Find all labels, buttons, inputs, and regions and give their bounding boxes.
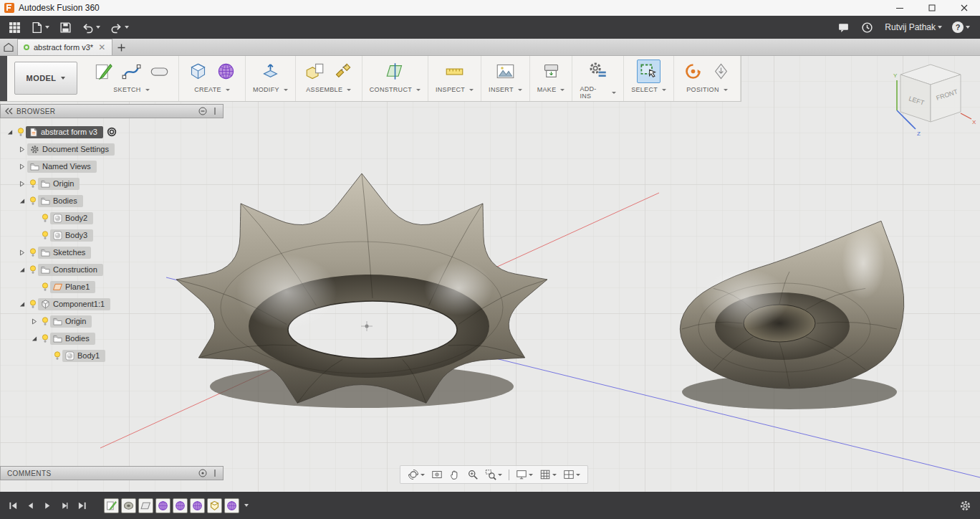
form-purple-icon[interactable] <box>224 498 239 513</box>
user-account-menu[interactable]: Rutvij Pathak <box>880 22 946 32</box>
visibility-bulb-icon[interactable] <box>27 196 38 206</box>
visibility-bulb-icon[interactable] <box>39 282 50 292</box>
browser-node-body3[interactable]: Body3 <box>0 227 224 244</box>
collapse-arrow-icon[interactable] <box>16 198 27 204</box>
ribbon-group-dropdown[interactable]: INSPECT <box>436 86 474 93</box>
step-forward-icon[interactable] <box>57 498 72 513</box>
browser-node-construction[interactable]: Construction <box>0 261 224 278</box>
panel-grip-icon[interactable] <box>211 469 219 477</box>
tree-node-pill[interactable]: Origin <box>38 178 80 190</box>
form-icon[interactable] <box>214 59 238 83</box>
capture-position-icon[interactable] <box>681 59 705 83</box>
browser-node-origin[interactable]: Origin <box>0 175 224 192</box>
new-tab-button[interactable] <box>112 39 130 55</box>
data-panel-grid-icon[interactable] <box>4 18 25 37</box>
expand-arrow-icon[interactable] <box>16 146 27 153</box>
joint-icon[interactable] <box>331 59 355 83</box>
collapse-arrow-icon[interactable] <box>29 335 39 342</box>
construction-plane-icon[interactable] <box>383 59 407 83</box>
notifications-clock-icon[interactable] <box>857 18 878 37</box>
expand-arrow-icon[interactable] <box>16 181 27 187</box>
go-to-start-icon[interactable] <box>6 498 21 513</box>
box-icon[interactable] <box>186 59 210 83</box>
play-icon[interactable] <box>40 498 55 513</box>
timeline-settings-gear-icon[interactable] <box>959 500 971 512</box>
help-menu[interactable]: ? <box>949 22 973 33</box>
collapse-panel-icon[interactable] <box>4 107 13 115</box>
ribbon-group-dropdown[interactable]: CONSTRUCT <box>370 86 421 93</box>
tree-node-pill[interactable]: Plane1 <box>50 281 95 293</box>
slot-icon[interactable] <box>148 59 171 83</box>
add-ins-icon[interactable] <box>586 59 610 82</box>
ribbon-group-dropdown[interactable]: INSERT <box>489 86 522 93</box>
browser-node-plane1[interactable]: Plane1 <box>0 278 224 295</box>
look-at-icon[interactable] <box>431 469 443 480</box>
measure-icon[interactable] <box>443 59 466 83</box>
undo-icon[interactable] <box>77 18 105 37</box>
tree-node-pill[interactable]: Sketches <box>38 247 91 259</box>
browser-node-component1-1[interactable]: Component1:1 <box>0 295 224 313</box>
viewports-icon[interactable] <box>563 469 580 480</box>
press-pull-icon[interactable] <box>259 59 282 83</box>
tree-node-pill[interactable]: Body1 <box>62 350 105 362</box>
ribbon-group-dropdown[interactable]: ADD-INS <box>580 85 616 100</box>
tree-node-pill[interactable]: Body3 <box>50 229 93 242</box>
ribbon-group-dropdown[interactable]: MODIFY <box>253 86 288 93</box>
spline-icon[interactable] <box>120 59 143 83</box>
workspace-selector[interactable]: MODEL <box>14 62 77 95</box>
plane-feature-icon[interactable] <box>138 498 153 513</box>
browser-node-body2[interactable]: Body2 <box>0 209 224 227</box>
tab-close-icon[interactable]: ✕ <box>97 44 106 51</box>
component-feature-icon[interactable] <box>207 498 222 513</box>
visibility-bulb-icon[interactable] <box>39 317 50 326</box>
visibility-bulb-icon[interactable] <box>15 128 26 137</box>
save-icon[interactable] <box>55 18 76 37</box>
tree-node-pill[interactable]: Bodies <box>50 333 95 345</box>
tree-node-pill[interactable]: Document Settings <box>27 143 115 156</box>
ribbon-group-dropdown[interactable]: POSITION <box>686 86 727 93</box>
visibility-bulb-icon[interactable] <box>27 265 38 275</box>
comments-header[interactable]: COMMENTS <box>0 466 224 480</box>
activate-radio-icon[interactable] <box>107 127 117 137</box>
make-icon[interactable] <box>539 59 563 83</box>
browser-node-bodies[interactable]: Bodies <box>0 192 224 209</box>
expand-arrow-icon[interactable] <box>16 249 27 256</box>
expand-arrow-icon[interactable] <box>16 163 27 170</box>
redo-icon[interactable] <box>106 18 133 37</box>
browser-node-body1[interactable]: Body1 <box>0 347 224 364</box>
revert-position-icon[interactable] <box>709 59 733 83</box>
collapse-arrow-icon[interactable] <box>16 301 27 308</box>
browser-node-document-settings[interactable]: Document Settings <box>0 141 224 158</box>
insert-image-icon[interactable] <box>494 59 517 83</box>
timeline-more-icon[interactable] <box>244 504 249 507</box>
browser-node-named-views[interactable]: Named Views <box>0 158 224 175</box>
browser-node-abstract-form-v3[interactable]: abstract form v3 <box>0 123 224 141</box>
tree-node-pill[interactable]: Component1:1 <box>38 298 110 310</box>
orbit-icon[interactable] <box>408 469 425 480</box>
tree-node-pill[interactable]: Origin <box>50 315 92 328</box>
display-settings-icon[interactable] <box>516 469 533 480</box>
panel-grip-icon[interactable] <box>211 107 219 115</box>
browser-node-sketches[interactable]: Sketches <box>0 244 224 261</box>
tree-node-pill[interactable]: Named Views <box>27 161 97 173</box>
form-purple-icon[interactable] <box>173 498 188 513</box>
maximize-button[interactable] <box>916 0 948 16</box>
home-icon[interactable] <box>0 39 17 55</box>
visibility-bulb-icon[interactable] <box>39 334 50 343</box>
go-to-end-icon[interactable] <box>75 498 90 513</box>
ribbon-group-dropdown[interactable]: SELECT <box>631 86 666 93</box>
step-back-icon[interactable] <box>23 498 38 513</box>
form-purple-icon[interactable] <box>155 498 170 513</box>
create-sketch-icon[interactable] <box>92 59 115 83</box>
browser-node-origin[interactable]: Origin <box>0 313 224 330</box>
form-purple-icon[interactable] <box>190 498 205 513</box>
ribbon-group-dropdown[interactable]: CREATE <box>194 86 230 93</box>
visibility-bulb-icon[interactable] <box>39 214 50 223</box>
visibility-bulb-icon[interactable] <box>27 248 38 257</box>
new-component-icon[interactable] <box>303 59 327 83</box>
browser-node-bodies[interactable]: Bodies <box>0 330 224 347</box>
zoom-icon[interactable] <box>467 469 479 480</box>
close-button[interactable] <box>948 0 980 16</box>
expand-panel-icon[interactable] <box>198 469 207 477</box>
select-icon[interactable] <box>637 59 660 83</box>
